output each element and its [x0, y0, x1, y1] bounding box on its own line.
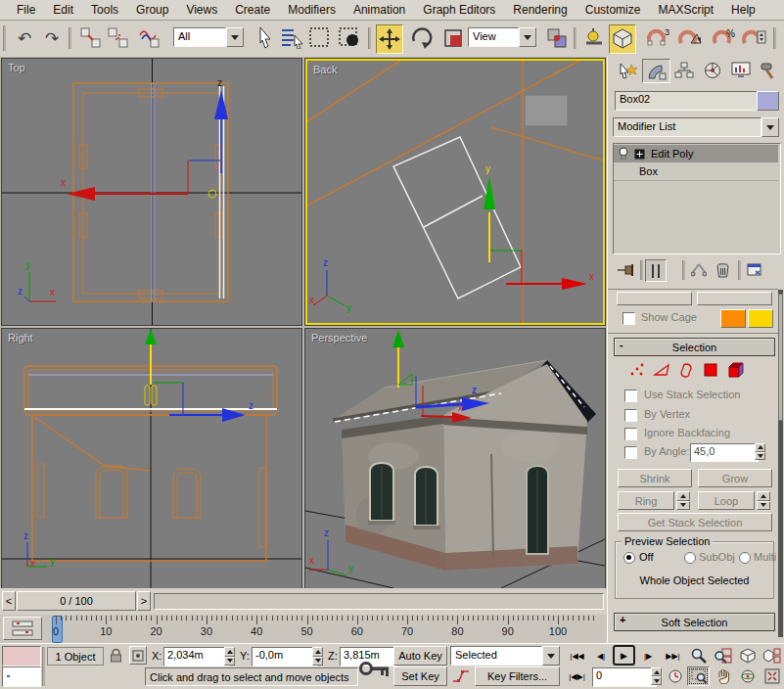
- zoom-button[interactable]: [687, 646, 710, 666]
- pin-stack-button[interactable]: [617, 260, 636, 280]
- tab-display[interactable]: [727, 59, 754, 81]
- cage-selected-color-swatch[interactable]: [748, 309, 773, 328]
- menu-animation[interactable]: Animation: [345, 1, 414, 19]
- pan-view-button[interactable]: [712, 666, 734, 686]
- menu-file[interactable]: File: [8, 1, 44, 19]
- go-to-end-button[interactable]: ▶▶|: [661, 646, 685, 666]
- configure-modifier-sets-button[interactable]: [745, 260, 766, 280]
- viewport-perspective[interactable]: z x z x y Perspective: [305, 329, 605, 588]
- current-frame-field[interactable]: 0: [592, 667, 657, 687]
- previous-frame-button[interactable]: ◀|: [591, 646, 611, 666]
- undo-button[interactable]: ↶: [12, 24, 37, 52]
- macro-recorder-mini-listener[interactable]: [2, 646, 41, 666]
- cage-color-swatch[interactable]: [720, 309, 746, 328]
- make-unique-button[interactable]: [689, 260, 709, 280]
- absolute-offset-mode-toggle[interactable]: [129, 646, 147, 665]
- time-slider-prev-button[interactable]: <: [2, 591, 16, 611]
- y-coordinate-field[interactable]: -0,0m: [252, 647, 318, 666]
- get-stack-selection-button[interactable]: Get Stack Selection: [618, 513, 772, 531]
- loop-spinner[interactable]: [757, 491, 770, 510]
- time-slider-track[interactable]: [154, 593, 604, 610]
- spin-down-icon[interactable]: [755, 452, 765, 461]
- zoom-region-button[interactable]: [687, 666, 710, 686]
- panel-scrollbar[interactable]: [778, 290, 783, 637]
- x-coordinate-field[interactable]: 2,034m: [163, 647, 230, 666]
- percent-snap-toggle-button[interactable]: %: [712, 24, 737, 52]
- select-and-rotate-button[interactable]: [409, 24, 435, 52]
- polygon-subobject-button[interactable]: [701, 360, 720, 380]
- by-angle-spinner[interactable]: [755, 443, 765, 460]
- spin-down-icon[interactable]: [312, 657, 323, 666]
- stack-item-edit-poly[interactable]: Edit Poly: [614, 145, 778, 162]
- stack-item-box[interactable]: Box: [614, 162, 778, 181]
- zoom-extents-all-button[interactable]: [761, 646, 783, 666]
- menu-rendering[interactable]: Rendering: [504, 1, 576, 19]
- maxscript-mini-listener[interactable]: [2, 666, 41, 687]
- snaps-toggle-button[interactable]: [609, 24, 636, 54]
- tab-create[interactable]: [614, 59, 640, 81]
- by-angle-checkbox[interactable]: [624, 446, 637, 459]
- key-mode-arrow[interactable]: [542, 646, 560, 666]
- zoom-extents-button[interactable]: [736, 646, 759, 666]
- track-ruler[interactable]: 0102030405060708090100: [49, 615, 607, 643]
- border-subobject-button[interactable]: [676, 360, 696, 380]
- y-spinner[interactable]: [312, 647, 323, 666]
- spin-down-icon[interactable]: [224, 657, 235, 666]
- zoom-all-button[interactable]: [712, 646, 734, 666]
- frame-spinner[interactable]: [651, 667, 662, 685]
- menu-customize[interactable]: Customize: [576, 1, 650, 19]
- rectangular-selection-region-button[interactable]: [307, 24, 333, 52]
- auto-key-button[interactable]: Auto Key: [393, 646, 447, 666]
- modifier-list-dropdown[interactable]: Modifier List: [613, 117, 779, 137]
- spin-down-icon[interactable]: [757, 501, 770, 511]
- select-and-link-button[interactable]: [78, 24, 104, 52]
- by-vertex-checkbox[interactable]: [624, 409, 637, 422]
- select-and-move-button[interactable]: [376, 24, 403, 54]
- vertex-subobject-button[interactable]: [627, 360, 647, 380]
- element-subobject-button[interactable]: [725, 360, 747, 380]
- default-tangent-button[interactable]: [450, 666, 472, 686]
- use-pivot-point-center-button[interactable]: [544, 24, 570, 52]
- reference-coordinate-system-dropdown[interactable]: View: [468, 27, 536, 47]
- soft-selection-rollout-header[interactable]: + Soft Selection: [614, 613, 775, 631]
- key-mode-toggle-button[interactable]: |◀▶|: [565, 666, 589, 686]
- remove-modifier-button[interactable]: [713, 260, 732, 280]
- menu-views[interactable]: Views: [177, 1, 226, 19]
- select-object-button[interactable]: [253, 24, 278, 52]
- viewport-back-active[interactable]: y x z x y Back: [305, 59, 605, 325]
- menu-maxscript[interactable]: MAXScript: [649, 1, 722, 19]
- selection-filter-dropdown[interactable]: All: [173, 27, 244, 47]
- x-spinner[interactable]: [224, 647, 235, 666]
- spinner-snap-toggle-button[interactable]: [741, 24, 766, 52]
- show-cage-checkbox[interactable]: [623, 312, 635, 325]
- partial-button-right[interactable]: [697, 292, 772, 305]
- tab-utilities[interactable]: [756, 59, 782, 81]
- ring-button[interactable]: Ring: [618, 491, 674, 510]
- spin-up-icon[interactable]: [224, 647, 235, 657]
- menu-edit[interactable]: Edit: [44, 1, 82, 19]
- window-crossing-button[interactable]: [337, 24, 362, 52]
- select-and-manipulate-button[interactable]: [581, 24, 607, 52]
- arc-rotate-button[interactable]: [736, 666, 759, 686]
- menu-group[interactable]: Group: [127, 1, 177, 19]
- lightbulb-icon[interactable]: [618, 147, 629, 161]
- by-angle-field[interactable]: 45,0: [690, 443, 759, 462]
- tab-hierarchy[interactable]: [670, 59, 697, 81]
- coord-system-arrow[interactable]: [519, 27, 536, 47]
- use-stack-selection-checkbox[interactable]: [624, 390, 637, 402]
- angle-snap-toggle-button[interactable]: [677, 24, 703, 52]
- preview-multi-radio[interactable]: [739, 552, 751, 564]
- time-slider-handle[interactable]: 0 / 100: [17, 591, 136, 611]
- menu-graph-editors[interactable]: Graph Editors: [414, 1, 504, 19]
- spin-up-icon[interactable]: [755, 443, 765, 452]
- viewport-right[interactable]: z z x y Right: [2, 329, 301, 588]
- bind-to-space-warp-button[interactable]: [137, 24, 162, 52]
- object-color-swatch[interactable]: [757, 91, 779, 111]
- loop-button[interactable]: Loop: [698, 491, 755, 510]
- spin-up-icon[interactable]: [676, 491, 690, 501]
- open-mini-curve-editor-button[interactable]: [3, 617, 42, 640]
- menu-help[interactable]: Help: [722, 1, 764, 19]
- menu-modifiers[interactable]: Modifiers: [279, 1, 345, 19]
- maximize-viewport-toggle-button[interactable]: [761, 666, 783, 686]
- selection-lock-toggle[interactable]: [108, 646, 123, 665]
